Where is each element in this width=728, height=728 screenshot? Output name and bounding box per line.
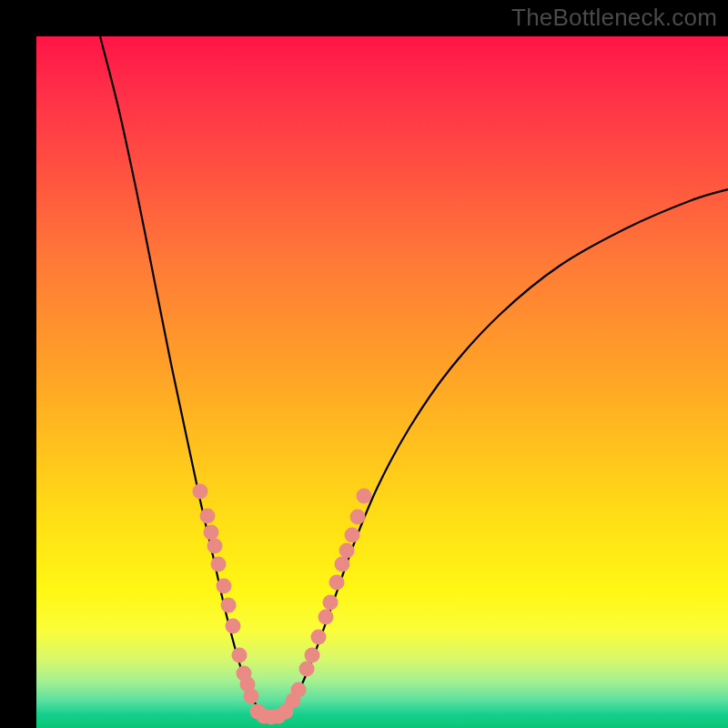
scatter-markers [193, 484, 372, 725]
scatter-dot [291, 682, 307, 698]
watermark-text: TheBottleneck.com [511, 4, 717, 32]
scatter-dot [350, 510, 366, 525]
scatter-dot [299, 662, 315, 677]
scatter-dot [329, 575, 345, 591]
scatter-dot [339, 543, 355, 559]
scatter-dot [305, 648, 320, 663]
scatter-dot [221, 598, 237, 613]
scatter-dot [211, 557, 227, 572]
scatter-dot [204, 525, 219, 541]
scatter-dot [345, 528, 360, 543]
scatter-dot [226, 619, 241, 634]
scatter-dot [217, 579, 232, 594]
scatter-dot [323, 595, 339, 611]
scatter-dot [232, 648, 248, 663]
chart-frame: TheBottleneck.com [0, 0, 728, 728]
scatter-dot [311, 630, 327, 645]
chart-svg [36, 36, 728, 728]
scatter-dot [318, 610, 334, 625]
scatter-dot [193, 484, 208, 500]
curve-line [100, 36, 728, 718]
scatter-dot [244, 689, 259, 704]
scatter-dot [200, 509, 216, 524]
scatter-dot [335, 557, 350, 572]
scatter-dot [357, 489, 372, 504]
scatter-dot [207, 539, 223, 554]
